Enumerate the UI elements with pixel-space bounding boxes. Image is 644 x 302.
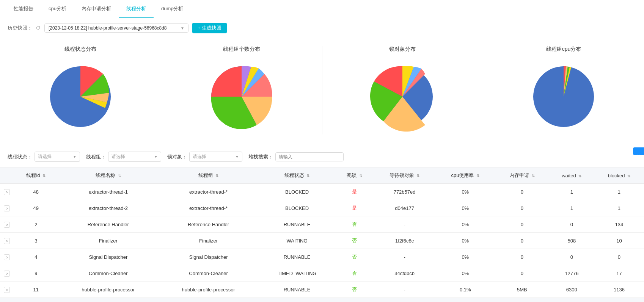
- tab-cpu[interactable]: cpu分析: [41, 0, 74, 18]
- td-deadlock: 否: [335, 265, 373, 282]
- td-blocked: 10: [594, 233, 644, 249]
- th-cpu-usage[interactable]: cpu使用率 ⇅: [436, 167, 495, 184]
- filter-thread-group-label: 线程组：: [86, 153, 106, 160]
- filter-stack-search: 堆栈搜索：: [248, 152, 344, 161]
- td-thread-state: RUNNABLE: [259, 249, 336, 265]
- stack-search-input[interactable]: [279, 154, 340, 160]
- td-waited: 0: [549, 249, 594, 265]
- td-deadlock: 否: [335, 282, 373, 298]
- filter-lock-obj-select[interactable]: 请选择 ▼: [189, 152, 242, 162]
- expand-button[interactable]: >: [4, 287, 10, 293]
- expand-button[interactable]: >: [4, 205, 10, 211]
- th-thread-name[interactable]: 线程名称 ⇅: [58, 167, 158, 184]
- th-waited[interactable]: waited ⇅: [549, 167, 594, 184]
- td-cpu-usage: 0%: [436, 249, 495, 265]
- tab-dump[interactable]: dump分析: [154, 0, 191, 18]
- expand-cell: >: [0, 265, 14, 282]
- td-thread-id: 11: [14, 282, 58, 298]
- td-wait-lock: 772b57ed: [373, 184, 435, 200]
- td-thread-name: extractor-thread-2: [58, 200, 158, 216]
- td-waited: 1: [549, 200, 594, 216]
- th-thread-id[interactable]: 线程id ⇅: [14, 167, 58, 184]
- chevron-down-icon: ▼: [154, 155, 158, 159]
- td-mem-req: 5MB: [495, 282, 549, 298]
- th-expand: [0, 167, 14, 184]
- chart-thread-state: 线程状态分布: [0, 46, 161, 135]
- td-thread-name: Reference Handler: [58, 216, 158, 233]
- td-thread-state: BLOCKED: [259, 184, 336, 200]
- pie-thread-group-count: [204, 59, 280, 135]
- td-thread-state: TIMED_WAITING: [259, 265, 336, 282]
- generate-snapshot-button[interactable]: + 生成快照: [192, 23, 227, 33]
- td-cpu-usage: 0%: [436, 265, 495, 282]
- td-cpu-usage: 0%: [436, 233, 495, 249]
- feedback-button[interactable]: 问题反馈: [633, 147, 644, 155]
- td-thread-name: Finalizer: [58, 233, 158, 249]
- filter-thread-group-select[interactable]: 请选择 ▼: [108, 152, 161, 162]
- expand-button[interactable]: >: [4, 271, 10, 277]
- expand-cell: >: [0, 200, 14, 216]
- th-thread-group[interactable]: 线程组 ⇅: [158, 167, 258, 184]
- td-mem-req: 0: [495, 265, 549, 282]
- td-thread-id: 49: [14, 200, 58, 216]
- td-thread-state: WAITING: [259, 233, 336, 249]
- td-wait-lock: d04e177: [373, 200, 435, 216]
- td-waited: 0: [549, 216, 594, 233]
- td-thread-group: Common-Cleaner: [158, 265, 258, 282]
- filter-lock-obj-label: 锁对象：: [167, 153, 187, 160]
- expand-cell: >: [0, 233, 14, 249]
- td-mem-req: 0: [495, 233, 549, 249]
- td-mem-req: 0: [495, 200, 549, 216]
- table-row: > 48 extractor-thread-1 extractor-thread…: [0, 184, 644, 200]
- filter-thread-state-select[interactable]: 请选择 ▼: [35, 152, 80, 162]
- table-row: > 4 Signal Dispatcher Signal Dispatcher …: [0, 249, 644, 265]
- th-blocked[interactable]: blocked ⇅: [594, 167, 644, 184]
- td-thread-id: 4: [14, 249, 58, 265]
- expand-cell: >: [0, 249, 14, 265]
- toolbar: 历史快照： ⏱ [2023-12-05 18:22] hubble-profil…: [0, 18, 644, 38]
- td-thread-group: Reference Handler: [158, 216, 258, 233]
- tab-thread[interactable]: 线程分析: [119, 0, 154, 18]
- expand-button[interactable]: >: [4, 222, 10, 228]
- filter-lock-obj-placeholder: 请选择: [193, 153, 206, 160]
- td-cpu-usage: 0%: [436, 200, 495, 216]
- sort-icon: ⇅: [215, 174, 218, 178]
- sort-icon: ⇅: [476, 174, 479, 178]
- td-thread-name: extractor-thread-1: [58, 184, 158, 200]
- td-thread-state: RUNNABLE: [259, 282, 336, 298]
- filter-stack-search-input-wrapper: [275, 152, 344, 161]
- th-mem-req[interactable]: 内存申请 ⇅: [495, 167, 549, 184]
- sort-icon: ⇅: [627, 174, 630, 178]
- pie-thread-group-cpu: [526, 59, 602, 135]
- chart-thread-group-count-title: 线程组个数分布: [223, 46, 260, 53]
- th-deadlock[interactable]: 死锁 ⇅: [335, 167, 373, 184]
- table-row: > 11 hubble-profile-processor hubble-pro…: [0, 282, 644, 298]
- td-wait-lock: 1f2f6c8c: [373, 233, 435, 249]
- expand-button[interactable]: >: [4, 254, 10, 260]
- table-header-row: 线程id ⇅ 线程名称 ⇅ 线程组 ⇅ 线程状态 ⇅ 死锁 ⇅: [0, 167, 644, 184]
- expand-button[interactable]: >: [4, 189, 10, 195]
- chart-thread-state-title: 线程状态分布: [64, 46, 96, 53]
- snapshot-select[interactable]: [2023-12-05 18:22] hubble-profile-server…: [44, 23, 188, 33]
- td-thread-group: Signal Dispatcher: [158, 249, 258, 265]
- clock-icon: ⏱: [36, 25, 41, 31]
- td-blocked: 1: [594, 184, 644, 200]
- td-cpu-usage: 0%: [436, 216, 495, 233]
- table-row: > 9 Common-Cleaner Common-Cleaner TIMED_…: [0, 265, 644, 282]
- td-thread-id: 3: [14, 233, 58, 249]
- td-thread-group: Finalizer: [158, 233, 258, 249]
- expand-button[interactable]: >: [4, 238, 10, 244]
- filter-lock-obj: 锁对象： 请选择 ▼: [167, 152, 242, 162]
- tab-memory[interactable]: 内存申请分析: [74, 0, 119, 18]
- th-thread-state[interactable]: 线程状态 ⇅: [259, 167, 336, 184]
- sort-icon: ⇅: [42, 174, 46, 178]
- td-deadlock: 是: [335, 184, 373, 200]
- snapshot-value: [2023-12-05 18:22] hubble-profile-server…: [49, 25, 167, 31]
- tab-perf[interactable]: 性能报告: [6, 0, 41, 18]
- td-mem-req: 0: [495, 184, 549, 200]
- th-wait-lock[interactable]: 等待锁对象 ⇅: [373, 167, 435, 184]
- td-blocked: 1136: [594, 282, 644, 298]
- td-deadlock: 否: [335, 233, 373, 249]
- thread-table: 线程id ⇅ 线程名称 ⇅ 线程组 ⇅ 线程状态 ⇅ 死锁 ⇅: [0, 167, 644, 298]
- td-thread-group: extractor-thread-*: [158, 200, 258, 216]
